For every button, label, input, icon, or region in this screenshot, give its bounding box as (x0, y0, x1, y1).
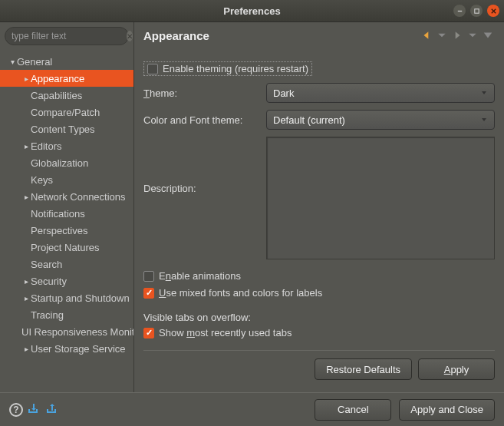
theme-combo[interactable]: Dark (266, 83, 495, 103)
tree-item-appearance[interactable]: ▸Appearance (0, 70, 133, 87)
tree-item-search[interactable]: Search (0, 256, 133, 272)
tree-item-label: Tracing (31, 309, 64, 321)
window-buttons (453, 5, 499, 17)
tree-item-label: Notifications (31, 208, 85, 220)
tree-item-label: Startup and Shutdown (31, 292, 130, 304)
chevron-down-icon (480, 114, 488, 126)
tree-item-perspectives[interactable]: Perspectives (0, 222, 133, 239)
mixed-fonts-row[interactable]: Use mixed fonts and colors for labels (143, 286, 495, 300)
description-label: Description: (143, 137, 259, 194)
tree-item-startup-and-shutdown[interactable]: ▸Startup and Shutdown (0, 289, 133, 306)
titlebar: Preferences (0, 0, 504, 21)
apply-and-close-button[interactable]: Apply and Close (399, 399, 495, 421)
forward-menu-icon[interactable] (466, 28, 479, 42)
expand-icon[interactable]: ▸ (21, 294, 31, 302)
expand-icon[interactable]: ▸ (21, 277, 31, 286)
tree-item-compare-patch[interactable]: Compare/Patch (0, 104, 133, 121)
restore-defaults-button[interactable]: Restore Defaults (315, 358, 412, 380)
content-pane: Appearance Enable theming (requires rest… (134, 22, 504, 392)
cancel-button[interactable]: Cancel (315, 399, 391, 421)
tree-item-label: Keys (31, 174, 53, 186)
tree-item-keys[interactable]: Keys (0, 171, 133, 188)
tree-item-globalization[interactable]: Globalization (0, 154, 133, 171)
close-button[interactable] (487, 5, 499, 17)
enable-animations-label: Enable animations (159, 270, 241, 282)
page-title: Appearance (143, 29, 209, 42)
dialog-footer: ? Cancel Apply and Close (0, 392, 504, 426)
show-mru-checkbox[interactable] (143, 328, 154, 338)
mixed-fonts-label: Use mixed fonts and colors for labels (159, 287, 322, 299)
show-mru-row[interactable]: Show most recently used tabs (143, 325, 495, 340)
tree-item-tracing[interactable]: Tracing (0, 306, 133, 323)
color-font-theme-label: Color and Font theme: (143, 114, 259, 126)
tree-item-label: Security (31, 276, 67, 287)
filter-input[interactable] (12, 31, 127, 41)
show-mru-label: Show most recently used tabs (159, 327, 292, 338)
svg-rect-1 (474, 8, 478, 12)
forward-button[interactable] (450, 28, 464, 42)
tree-item-label: Globalization (31, 157, 88, 169)
color-font-theme-value: Default (current) (273, 114, 345, 126)
help-icon[interactable]: ? (9, 403, 23, 417)
expand-icon[interactable]: ▸ (21, 193, 31, 201)
apply-button[interactable]: Apply (418, 358, 495, 380)
tree-item-label: Network Connections (31, 191, 126, 203)
tree-item-label: Project Natures (31, 242, 100, 253)
color-font-theme-combo[interactable]: Default (current) (266, 110, 495, 130)
tree-item-label: User Storage Service (31, 343, 126, 355)
tree-item-content-types[interactable]: Content Types (0, 121, 133, 137)
tree-item-label: Perspectives (31, 225, 87, 236)
enable-animations-checkbox[interactable] (143, 271, 154, 282)
tree-item-label: Capabilities (31, 90, 82, 101)
enable-animations-row[interactable]: Enable animations (143, 269, 495, 283)
preference-tree[interactable]: ▾General▸AppearanceCapabilitiesCompare/P… (0, 50, 133, 392)
tree-item-label: General (17, 56, 52, 68)
enable-theming-checkbox[interactable] (147, 64, 158, 74)
filter-box[interactable]: ✕ (5, 27, 129, 45)
collapse-icon[interactable]: ▾ (8, 58, 17, 66)
window-title: Preferences (0, 5, 504, 17)
export-icon[interactable] (46, 403, 60, 416)
tree-item-label: Compare/Patch (31, 107, 100, 118)
tree-item-user-storage-service[interactable]: ▸User Storage Service (0, 340, 133, 357)
enable-theming-label: Enable theming (requires restart) (163, 63, 308, 74)
tree-item-label: Content Types (31, 124, 95, 135)
back-menu-icon[interactable] (435, 28, 449, 42)
view-menu-icon[interactable] (481, 28, 495, 42)
visible-tabs-heading: Visible tabs on overflow: (143, 312, 495, 323)
tree-item-capabilities[interactable]: Capabilities (0, 87, 133, 104)
tree-item-network-connections[interactable]: ▸Network Connections (0, 188, 133, 205)
back-button[interactable] (420, 28, 433, 42)
tree-item-general[interactable]: ▾General (0, 53, 133, 70)
chevron-down-icon (480, 88, 488, 99)
sidebar: ✕ ▾General▸AppearanceCapabilitiesCompare… (0, 22, 134, 392)
tree-item-ui-responsiveness-monitoring[interactable]: UI Responsiveness Monitoring (0, 323, 133, 340)
tree-item-label: Editors (31, 140, 61, 152)
expand-icon[interactable]: ▸ (21, 74, 31, 83)
tree-item-editors[interactable]: ▸Editors (0, 137, 133, 154)
maximize-button[interactable] (470, 5, 483, 17)
description-text[interactable] (266, 137, 495, 259)
import-icon[interactable] (28, 403, 41, 416)
clear-filter-icon[interactable]: ✕ (127, 31, 133, 41)
tree-item-security[interactable]: ▸Security (0, 272, 133, 289)
theme-label: Theme: (143, 88, 259, 99)
theme-value: Dark (273, 88, 294, 99)
minimize-button[interactable] (453, 5, 466, 17)
tree-item-project-natures[interactable]: Project Natures (0, 239, 133, 256)
expand-icon[interactable]: ▸ (21, 345, 31, 353)
tree-item-notifications[interactable]: Notifications (0, 205, 133, 222)
enable-theming-row[interactable]: Enable theming (requires restart) (143, 61, 312, 76)
tree-item-label: Search (31, 259, 62, 270)
mixed-fonts-checkbox[interactable] (143, 288, 154, 299)
expand-icon[interactable]: ▸ (21, 142, 31, 150)
tree-item-label: UI Responsiveness Monitoring (21, 326, 133, 338)
tree-item-label: Appearance (31, 73, 84, 84)
